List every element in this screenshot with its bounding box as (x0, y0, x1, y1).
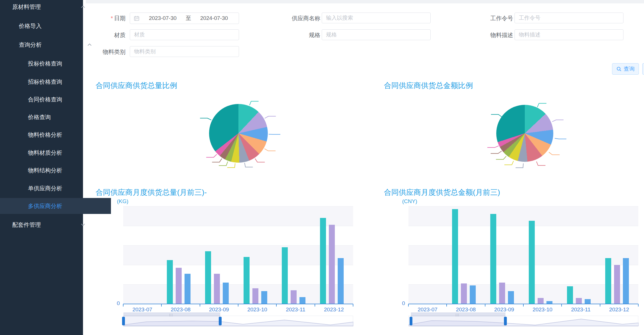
datazoom-move-handle[interactable]: ||| (411, 312, 505, 316)
bar-series2-2023-11[interactable] (576, 298, 582, 304)
secondary-button-clipped[interactable] (642, 63, 644, 75)
query-button[interactable]: 查询 (612, 63, 639, 75)
pie-chart-total-quantity[interactable] (209, 104, 268, 163)
x-axis-tick (238, 304, 238, 307)
spec-input[interactable] (322, 29, 431, 40)
sidebar-item-5[interactable]: 合同价格查询 (0, 91, 111, 107)
bar-series3-2023-11[interactable] (299, 297, 305, 304)
bar-series3-2023-08[interactable] (470, 285, 476, 304)
required-asterisk: * (111, 15, 113, 21)
plot-band (123, 245, 353, 265)
bar-chart-amount[interactable]: 2023-072023-082023-092023-102023-112023-… (408, 206, 638, 304)
bar-series1-2023-11[interactable] (282, 247, 288, 304)
datazoom-handle-left[interactable] (122, 317, 125, 325)
material-category-label: 物料类别 (68, 46, 125, 58)
bar-series3-2023-09[interactable] (508, 291, 514, 304)
datazoom-handle-left[interactable] (410, 317, 412, 325)
plot-band (408, 284, 638, 304)
sidebar-item-4[interactable]: 招标价格查询 (0, 74, 111, 90)
date-end-value[interactable]: 2024-07-30 (193, 15, 235, 21)
pie-leader-line (555, 138, 566, 139)
datazoom-handle-right[interactable] (504, 317, 507, 325)
bar-series1-2023-11[interactable] (567, 286, 573, 304)
pie-chart-total-amount[interactable] (496, 105, 553, 162)
sidebar-item-9[interactable]: 物料结构分析 (0, 162, 111, 178)
bar-series3-2023-12[interactable] (623, 258, 629, 304)
x-axis-tick (600, 304, 600, 307)
bar-series3-2023-08[interactable] (185, 274, 191, 304)
bar-series3-2023-09[interactable] (223, 283, 229, 304)
bar-series1-2023-12[interactable] (605, 258, 611, 304)
x-axis-label: 2023-10 (238, 307, 276, 313)
bar-series1-2023-09[interactable] (490, 214, 496, 304)
bar2-datazoom-slider[interactable]: ||| (408, 316, 638, 326)
bar-series1-2023-08[interactable] (452, 209, 458, 304)
x-axis-label: 2023-08 (447, 307, 485, 313)
top-strip (86, 0, 644, 3)
pie-leader-line (549, 152, 560, 155)
bar-series1-2023-12[interactable] (320, 218, 326, 304)
bar-series2-2023-09[interactable] (499, 283, 505, 304)
chevron-up-icon (80, 4, 86, 10)
sidebar-item-6[interactable]: 价格查询 (0, 109, 111, 125)
x-axis-tick (161, 304, 162, 307)
chevron-down-icon (80, 222, 86, 228)
sidebar-item-7[interactable]: 物料价格分析 (0, 127, 111, 143)
pie-leader-line (496, 156, 506, 159)
pie-leader-line (265, 116, 276, 118)
x-axis-label: 2023-11 (562, 307, 600, 313)
datazoom-window[interactable] (411, 316, 505, 326)
sidebar-item-label: 价格查询 (28, 113, 51, 121)
material-category-input[interactable] (130, 46, 239, 57)
bar1-y-zero-label: 0 (111, 300, 120, 307)
sidebar-item-11[interactable]: 多供应商分析 (0, 198, 111, 214)
sidebar-item-8[interactable]: 物料材质分析 (0, 145, 111, 161)
gridline (408, 284, 638, 285)
calendar-icon (133, 15, 140, 21)
pie-leader-line (244, 163, 253, 167)
bar-series2-2023-08[interactable] (176, 268, 182, 304)
bar-series2-2023-12[interactable] (614, 265, 620, 304)
bar-series2-2023-11[interactable] (291, 290, 297, 304)
bar-series3-2023-10[interactable] (261, 291, 267, 304)
bar1-title: 合同供应商月度供货总量(月前三)- (96, 187, 207, 197)
gridline (408, 245, 638, 246)
pie2-title: 合同供应商供货总金额比例 (384, 81, 473, 91)
plot-band (123, 284, 353, 304)
x-axis-tick (353, 304, 353, 307)
bar-series1-2023-10[interactable] (244, 257, 250, 304)
bar1-datazoom-slider[interactable]: ||| (123, 316, 353, 326)
bar-series3-2023-12[interactable] (338, 258, 344, 304)
gridline (408, 206, 638, 207)
material-input[interactable] (130, 29, 239, 40)
datazoom-window[interactable] (123, 316, 220, 326)
date-range-input[interactable]: 2023-07-30 至 2024-07-30 (130, 13, 239, 24)
bar-series1-2023-08[interactable] (167, 260, 173, 304)
sidebar-item-label: 合同价格查询 (28, 96, 62, 103)
bar-series2-2023-08[interactable] (461, 283, 467, 304)
bar-series2-2023-09[interactable] (214, 274, 220, 304)
supplier-input[interactable] (322, 13, 431, 23)
sidebar-item-10[interactable]: 单供应商分析 (0, 180, 111, 196)
workorder-label: 工作令号 (456, 13, 513, 24)
bar-chart-quantity[interactable]: 2023-072023-082023-092023-102023-112023-… (123, 206, 353, 304)
sidebar-item-label: 招标价格查询 (28, 78, 62, 86)
bar-series2-2023-12[interactable] (329, 225, 335, 304)
date-start-value[interactable]: 2023-07-30 (141, 15, 184, 21)
sidebar-item-12[interactable]: 配套件管理 (0, 217, 95, 233)
bar-series1-2023-10[interactable] (529, 221, 535, 304)
date-separator: 至 (184, 15, 193, 22)
material-desc-input[interactable] (515, 29, 623, 40)
datazoom-move-handle[interactable]: ||| (123, 312, 220, 316)
bar1-unit: (KG) (117, 198, 128, 205)
bar-series2-2023-10[interactable] (538, 298, 544, 304)
workorder-input[interactable] (515, 13, 623, 23)
gridline (123, 206, 353, 207)
x-axis-label: 2023-07 (408, 307, 447, 313)
bar-series2-2023-10[interactable] (252, 288, 258, 304)
datazoom-handle-right[interactable] (219, 317, 222, 325)
bar-series1-2023-09[interactable] (205, 251, 211, 304)
sidebar-item-3[interactable]: 投标价格查询 (0, 56, 111, 72)
x-axis-tick (315, 304, 315, 307)
bar-series3-2023-11[interactable] (585, 299, 591, 304)
